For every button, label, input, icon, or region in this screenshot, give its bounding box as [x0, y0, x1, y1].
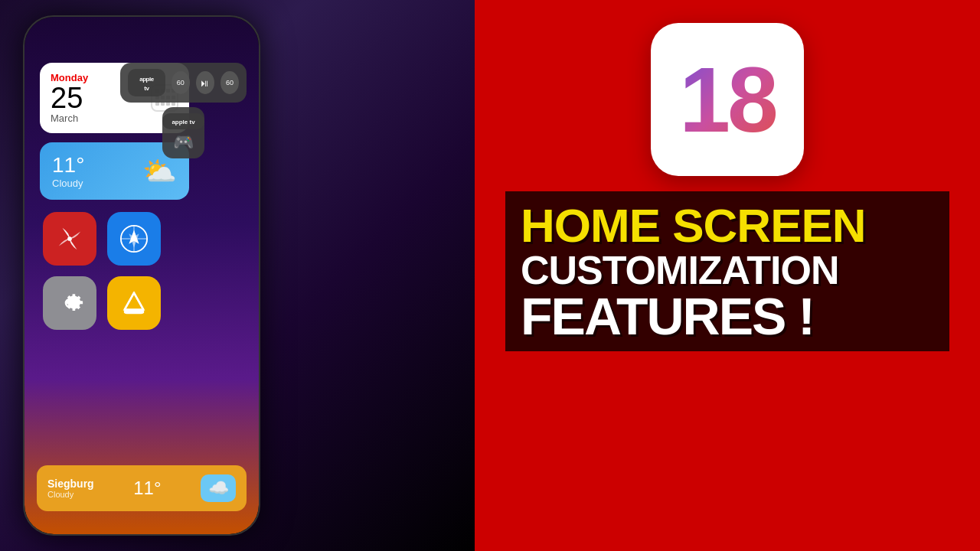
cloud-icon: ⛅	[142, 155, 177, 187]
bottom-weather-info: Siegburg Cloudy	[47, 478, 94, 499]
remote-icon: 🎮	[173, 132, 194, 152]
bottom-cloud-icon: ☁️	[201, 474, 236, 502]
media-controls-widget: apple tv 60 ⏯ 60	[120, 63, 247, 103]
weather-condition: Cloudy	[52, 178, 84, 189]
phone-screen: Monday 25 March 11° Cloudy ⛅	[24, 17, 259, 534]
svg-line-8	[134, 293, 143, 310]
remote-widget: apple tv 🎮	[162, 107, 204, 158]
control-center-area: apple tv 60 ⏯ 60 apple tv 🎮	[120, 63, 247, 158]
calendar-text: Monday 25 March	[51, 72, 88, 124]
weather-temperature: 11°	[52, 153, 84, 178]
bottom-weather-condition: Cloudy	[47, 490, 94, 499]
calendar-day-number: 25	[51, 83, 88, 112]
google-drive-app-icon[interactable]	[107, 276, 161, 330]
app-grid	[43, 212, 243, 330]
svg-marker-6	[125, 293, 144, 310]
appletv-logo: apple tv	[128, 69, 165, 96]
remote-appletv-label: apple tv	[162, 113, 204, 129]
safari-app-icon[interactable]	[107, 212, 161, 266]
svg-line-7	[125, 293, 134, 310]
title-line-3: FEATURES !	[521, 290, 934, 342]
skip-forward-label: 60	[226, 79, 234, 86]
title-line-2: CUSTOMIZATION	[521, 250, 934, 290]
ios18-icon: 18	[651, 23, 804, 176]
ios-version-number: 18	[679, 54, 775, 145]
calendar-month: March	[51, 112, 88, 124]
pinwheel-app-icon[interactable]	[43, 212, 96, 266]
svg-point-0	[67, 236, 72, 241]
skip-back-label: 60	[177, 79, 185, 86]
title-block: HOME SCREEN CUSTOMIZATION FEATURES !	[505, 191, 949, 351]
bottom-weather-bar: Siegburg Cloudy 11° ☁️	[37, 465, 247, 511]
skip-back-button[interactable]: 60	[172, 71, 190, 94]
settings-app-icon[interactable]	[43, 276, 96, 330]
skip-forward-button[interactable]: 60	[220, 71, 239, 94]
phone-mockup: Monday 25 March 11° Cloudy ⛅	[23, 15, 260, 536]
play-pause-button[interactable]: ⏯	[196, 71, 214, 94]
weather-info: 11° Cloudy	[52, 153, 84, 189]
right-panel: 18 HOME SCREEN CUSTOMIZATION FEATURES !	[475, 0, 980, 551]
weather-location: Siegburg	[47, 478, 94, 490]
title-line-1: HOME SCREEN	[521, 201, 934, 250]
bottom-weather-temp: 11°	[133, 478, 161, 499]
